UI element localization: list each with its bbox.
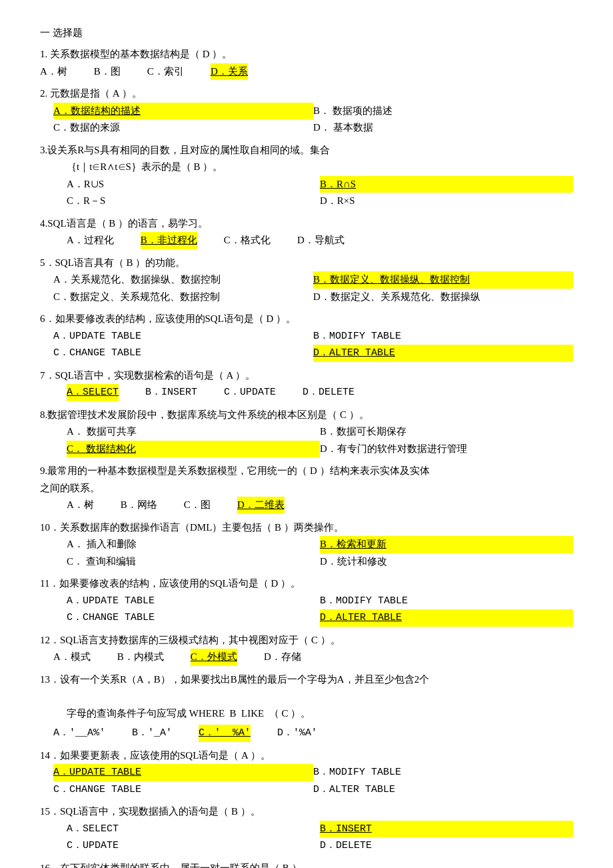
question-1: 1. 关系数据模型的基本数据结构是（ D ）。 A．树 B．图 C．索引 D．关… (40, 46, 573, 80)
question-16: 16．在下列实体类型的联系中，属于一对一联系的是（ B ）。 (40, 860, 573, 869)
question-10: 10．关系数据库的数据操作语言（DML）主要包括（ B ）两类操作。 A． 插入… (40, 519, 573, 571)
question-2: 2. 元数据是指（ A ）。 A．数据结构的描述 B． 数据项的描述 C．数据的… (40, 85, 573, 137)
question-14: 14．如果要更新表，应该使用的SQL语句是（ A ）。 A．UPDATE TAB… (40, 747, 573, 799)
section-title: 一 选择题 (40, 27, 573, 39)
question-15: 15．SQL语言中，实现数据插入的语句是（ B ）。 A．SELECT B．IN… (40, 803, 573, 855)
question-8: 8.数据管理技术发展阶段中，数据库系统与文件系统的根本区别是（ C ）。 A． … (40, 407, 573, 458)
question-7: 7．SQL语言中，实现数据检索的语句是（ A ）。 A．SELECT B．INS… (40, 367, 573, 401)
question-13: 13．设有一个关系R（A，B），如果要找出B属性的最后一个字母为A，并且至少包含… (40, 671, 573, 742)
question-12: 12．SQL语言支持数据库的三级模式结构，其中视图对应于（ C ）。 A．模式 … (40, 632, 573, 666)
question-5: 5．SQL语言具有（ B ）的功能。 A．关系规范化、数据操纵、数据控制 B．数… (40, 255, 573, 306)
question-4: 4.SQL语言是（ B ）的语言，易学习。 A．过程化 B．非过程化 C．格式化… (40, 215, 573, 249)
question-3: 3.设关系R与S具有相同的目数，且对应的属性取自相同的域。集合 ｛t｜t∈R∧t… (40, 142, 573, 210)
question-11: 11．如果要修改表的结构，应该使用的SQL语句是（ D ）。 A．UPDATE … (40, 575, 573, 627)
question-9: 9.最常用的一种基本数据模型是关系数据模型，它用统一的（ D ）结构来表示实体及… (40, 463, 573, 514)
question-6: 6．如果要修改表的结构，应该使用的SQL语句是（ D ）。 A．UPDATE T… (40, 311, 573, 362)
